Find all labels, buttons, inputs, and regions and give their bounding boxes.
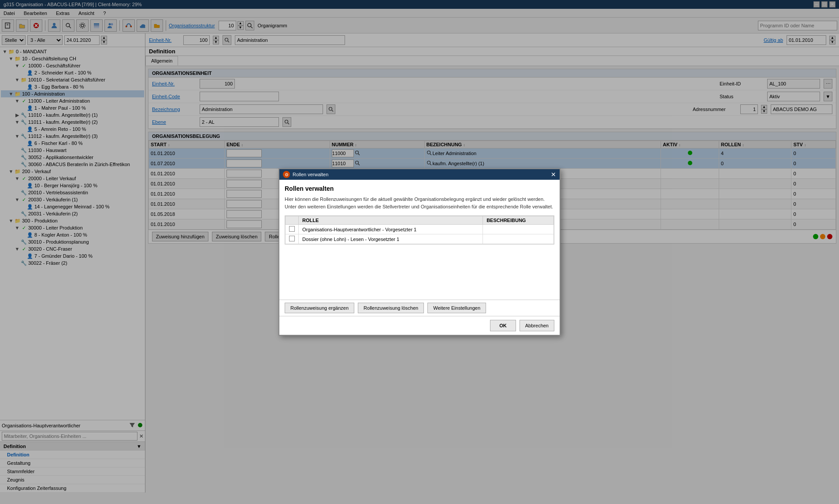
modal-overlay[interactable]: ⚙ Rollen verwalten ✕ Rollen verwalten Hi… — [0, 0, 839, 493]
modal-col-beschreibung[interactable]: BESCHREIBUNG — [483, 216, 554, 225]
role-checkbox[interactable] — [289, 226, 295, 232]
modal-title: Rollen verwalten — [293, 172, 328, 177]
modal-description: Hier können die Rollenzuweisungen für di… — [285, 196, 554, 210]
modal-rollen-table: ROLLE BESCHREIBUNG Organisations-Hauptve… — [285, 216, 554, 244]
modal-body: Rollen verwalten Hier können die Rollenz… — [279, 180, 560, 300]
rollen-modal: ⚙ Rollen verwalten ✕ Rollen verwalten Hi… — [278, 168, 561, 336]
modal-titlebar: ⚙ Rollen verwalten ✕ — [279, 169, 560, 180]
role-description — [483, 234, 554, 244]
modal-icon: ⚙ — [283, 171, 290, 178]
modal-ok-btn[interactable]: OK — [490, 320, 516, 331]
role-name: Organisations-Hauptverantwortlicher - Vo… — [299, 225, 483, 234]
modal-table-row[interactable]: Dossier (ohne Lohn) - Lesen - Vorgesetzt… — [286, 234, 554, 244]
role-description — [483, 225, 554, 234]
role-name: Dossier (ohne Lohn) - Lesen - Vorgesetzt… — [299, 234, 483, 244]
weitere-einstellungen-btn[interactable]: Weitere Einstellungen — [427, 303, 486, 313]
modal-cancel-btn[interactable]: Abbrechen — [520, 320, 554, 331]
rollenzuweisung-loeschen-btn[interactable]: Rollenzuweisung löschen — [358, 303, 424, 313]
modal-col-checkbox — [286, 216, 299, 225]
modal-close-btn[interactable]: ✕ — [551, 171, 556, 178]
rollenzuweisung-hinzufuegen-btn[interactable]: Rollenzuweisung ergänzen — [285, 303, 354, 313]
modal-heading: Rollen verwalten — [285, 185, 554, 192]
modal-col-rolle[interactable]: ROLLE — [299, 216, 483, 225]
modal-table-row[interactable]: Organisations-Hauptverantwortlicher - Vo… — [286, 225, 554, 234]
role-checkbox[interactable] — [289, 236, 295, 241]
modal-action-footer: OK Abbrechen — [279, 316, 560, 335]
modal-footer: Rollenzuweisung ergänzen Rollenzuweisung… — [279, 300, 560, 316]
modal-table-container: ROLLE BESCHREIBUNG Organisations-Hauptve… — [285, 215, 554, 245]
